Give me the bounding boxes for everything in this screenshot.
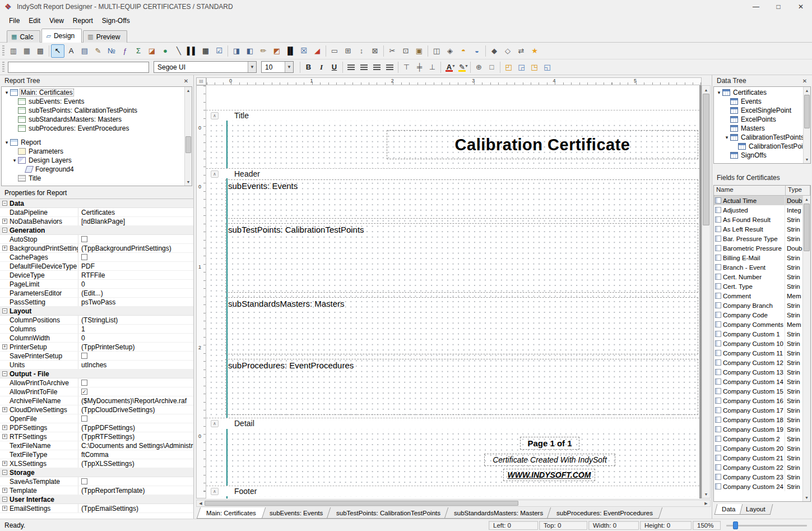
detail-band-content[interactable]: Page 1 of 1 Certificate Created With Ind… xyxy=(206,429,699,486)
font-size-combo[interactable]: 10 ▼ xyxy=(261,61,294,73)
close-button[interactable]: ✕ xyxy=(790,0,812,13)
subreport-subprocedures-eventprocedures[interactable]: subProcedures: EventProcedures xyxy=(225,359,698,415)
font-color-button[interactable]: A ▼ xyxy=(443,61,456,73)
field-row-company-branch[interactable]: Company BranchStrin xyxy=(714,301,802,310)
page-count-element[interactable]: Page 1 of 1 xyxy=(520,437,579,450)
data-tree-item-excelpoints[interactable]: ExcelPoints xyxy=(714,115,810,124)
menu-item-edit[interactable]: Edit xyxy=(24,15,45,27)
expand-icon[interactable]: + xyxy=(2,219,7,224)
close-icon[interactable]: ✕ xyxy=(800,76,809,85)
prop-value[interactable] xyxy=(78,378,193,387)
move-forward-button[interactable]: ◳ xyxy=(528,61,541,73)
report-page[interactable]: ∧ Title Calibration Certificate ∧ Header… xyxy=(206,85,699,498)
scroll-left-icon[interactable]: ◀ xyxy=(197,500,205,506)
collapse-icon[interactable]: − xyxy=(2,497,7,502)
prop-value[interactable] xyxy=(78,477,193,486)
field-row-company-custom-13[interactable]: Company Custom 13Strin xyxy=(714,367,802,377)
detail-band-header[interactable]: ∧ Detail xyxy=(206,418,699,428)
bring-to-front-button[interactable]: ◰ xyxy=(502,61,515,73)
prop-textfilename[interactable]: TextFileNameC:\Documents and Settings\Ad… xyxy=(0,441,193,450)
title-band-header[interactable]: ∧ Title xyxy=(206,110,699,121)
prop-value[interactable] xyxy=(78,235,193,243)
field-row-comment[interactable]: CommentMem xyxy=(714,291,802,301)
subreport-tool-button[interactable]: ⊞ xyxy=(341,44,355,58)
prop-value[interactable]: utInches xyxy=(78,361,193,369)
prop-value[interactable]: RTFFile xyxy=(78,271,193,279)
prop-value[interactable]: (TppBackgroundPrintSettings) xyxy=(78,244,193,252)
data-tree-item-certificates[interactable]: ▾Certificates xyxy=(714,88,810,97)
prop-group-layout[interactable]: −Layout xyxy=(0,307,193,316)
bold-button[interactable]: B xyxy=(302,61,315,73)
paste-button[interactable]: ▣ xyxy=(412,44,426,58)
field-row-company-custom-10[interactable]: Company Custom 10Strin xyxy=(714,339,802,348)
italic-button[interactable]: I xyxy=(315,61,328,73)
prop-datapipeline[interactable]: DataPipelineCertificates xyxy=(0,208,193,217)
report-tree-item-substandardsmasters-masters[interactable]: subStandardsMasters: Masters xyxy=(2,115,192,124)
field-row-company-custom-2[interactable]: Company Custom 2Strin xyxy=(714,434,802,444)
report-tree-scrollbar[interactable]: ▲ ▼ xyxy=(184,87,192,186)
expand-icon[interactable]: + xyxy=(2,407,7,412)
field-row-company-custom-16[interactable]: Company Custom 16Strin xyxy=(714,396,802,405)
report-tree-item-foreground4[interactable]: Foreground4 xyxy=(2,165,192,174)
report-tree-item-title[interactable]: Title xyxy=(2,174,192,183)
valign-top-button[interactable]: ⊤ xyxy=(400,61,413,73)
tree-expander-icon[interactable]: ▾ xyxy=(11,158,18,163)
prop-value[interactable]: 0 xyxy=(78,280,193,288)
barcode-tool-button[interactable]: ▌▌ xyxy=(185,44,199,58)
select-tool-button[interactable]: ↖ xyxy=(51,44,64,58)
label-tool-button[interactable]: A xyxy=(64,44,78,58)
field-row-as-found-result[interactable]: As Found ResultStrin xyxy=(714,215,802,224)
scroll-up-icon[interactable]: ▲ xyxy=(702,86,710,94)
prop-clouddrivesettings[interactable]: +CloudDriveSettings(TppCloudDriveSetting… xyxy=(0,405,193,414)
website-element[interactable]: WWW.INDYSOFT.COM xyxy=(503,469,595,481)
collapse-icon[interactable]: − xyxy=(2,308,7,313)
image-tool-button[interactable]: ◪ xyxy=(145,44,159,58)
header-band-content[interactable]: subEvents: EventssubTestPoints: Calibrat… xyxy=(206,178,699,418)
menu-item-report[interactable]: Report xyxy=(68,15,98,27)
expand-icon[interactable]: + xyxy=(2,506,7,511)
canvas-vertical-scrollbar[interactable]: ▲ ▼ xyxy=(702,85,711,498)
fields-column-header-type[interactable]: Type xyxy=(786,186,810,196)
scroll-down-icon[interactable]: ▼ xyxy=(702,490,710,498)
move-backward-button[interactable]: ◱ xyxy=(541,61,554,73)
align-edges-button[interactable]: ◫ xyxy=(430,44,443,58)
checkbox-icon[interactable] xyxy=(81,478,87,484)
scroll-right-icon[interactable]: ▶ xyxy=(702,500,710,506)
data-tree-item-masters[interactable]: Masters xyxy=(714,124,810,133)
checkbox-icon[interactable] xyxy=(81,236,87,242)
align-justify-button[interactable] xyxy=(383,61,396,73)
canvas-tab-main-certificates[interactable]: Main: Certificates xyxy=(197,507,266,519)
footer-band-content[interactable] xyxy=(206,496,699,498)
expand-icon[interactable]: + xyxy=(2,246,7,251)
prop-openfile[interactable]: OpenFile xyxy=(0,414,193,423)
field-row-company-custom-20[interactable]: Company Custom 20Strin xyxy=(714,444,802,453)
report-tree-item-subtestpoints-calibrationtestpoints[interactable]: subTestPoints: CalibrationTestPoints xyxy=(2,106,192,115)
scroll-down-icon[interactable]: ▼ xyxy=(803,494,810,501)
prop-columns[interactable]: Columns1 xyxy=(0,325,193,334)
field-row-company-code[interactable]: Company CodeStrin xyxy=(714,310,802,320)
crosstab-tool-button[interactable]: ⊠ xyxy=(368,44,382,58)
expand-icon[interactable]: + xyxy=(2,461,7,466)
copy-button[interactable]: ⊡ xyxy=(399,44,412,58)
checkbox-icon[interactable] xyxy=(81,380,87,386)
scroll-up-icon[interactable]: ▲ xyxy=(803,196,810,203)
field-row-barometric-pressure[interactable]: Barometric PressureDoub xyxy=(714,243,802,253)
valign-middle-button[interactable]: ╪ xyxy=(413,61,426,73)
align-center-button[interactable] xyxy=(358,61,370,73)
checkbox-tool-button[interactable]: ☑ xyxy=(212,44,226,58)
chevron-down-icon[interactable]: ▼ xyxy=(285,62,293,72)
prop-value[interactable]: C:\Documents and Settings\Administr xyxy=(78,441,193,450)
collapse-icon[interactable]: − xyxy=(2,228,7,233)
scroll-down-icon[interactable]: ▼ xyxy=(185,178,192,186)
align-right-button[interactable] xyxy=(370,61,383,73)
tree-expander-icon[interactable]: ▾ xyxy=(716,90,722,95)
canvas-viewport[interactable]: ∧ Title Calibration Certificate ∧ Header… xyxy=(206,85,702,498)
prop-allowprinttofile[interactable]: AllowPrintToFile✓ xyxy=(0,387,193,396)
group-button[interactable]: ◆ xyxy=(488,44,501,58)
chevron-down-icon[interactable]: ▼ xyxy=(452,64,456,68)
header-band-header[interactable]: ∧ Header xyxy=(206,168,699,179)
scroll-down-icon[interactable]: ▼ xyxy=(804,156,810,163)
field-row-company-custom-21[interactable]: Company Custom 21Strin xyxy=(714,453,802,463)
maximize-button[interactable]: □ xyxy=(767,0,790,13)
prop-group-output-file[interactable]: −Output - File xyxy=(0,370,193,378)
